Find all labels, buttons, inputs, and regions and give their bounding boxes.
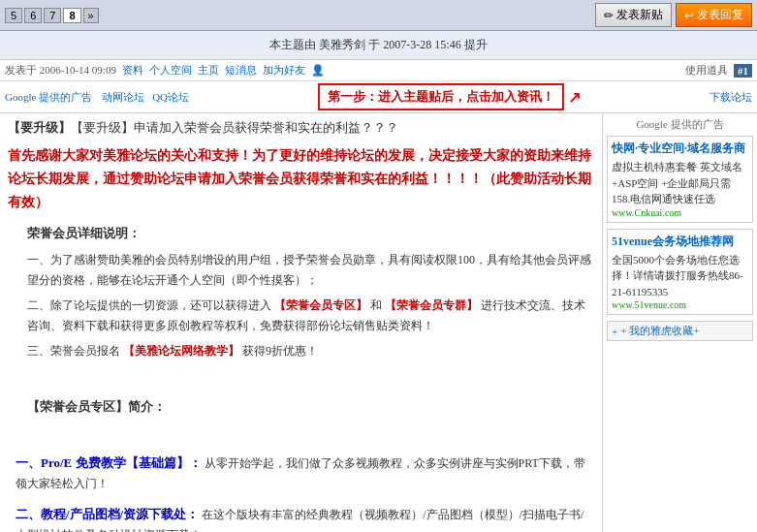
plus-icon: + [612, 326, 617, 337]
sidebar-google-ad-label: Google 提供的广告 [607, 117, 753, 132]
reply-icon: ↩ [684, 9, 694, 22]
title-bar: 本主题由 美雅秀剑 于 2007-3-28 15:46 提升 [0, 31, 757, 60]
post-new-button[interactable]: ✏ 发表新贴 [595, 3, 672, 27]
cta-arrow-icon: ↗ [568, 88, 581, 107]
page-next-btn[interactable]: » [83, 8, 99, 23]
meta-link-space[interactable]: 个人空间 [149, 63, 192, 78]
honor-section-title: 荣誉会员详细说明： [27, 223, 594, 244]
honor-item-1: 一、为了感谢赞助美雅的会员特别增设的用户组，授予荣誉会员勋章，具有阅读权限100… [27, 250, 594, 290]
post-date: 发表于 2006-10-14 09:09 [5, 63, 116, 78]
ad1-text: 虚拟主机特惠套餐 英文域名+ASP空间 +企业邮局只需158.电信网通快速任选 [612, 159, 748, 207]
item-num-2: 二、除了论坛提供的一切资源，还可以获得进入 [27, 298, 271, 312]
ad2-title: 51venue会务场地推荐网 [612, 234, 748, 250]
main-content: 【要升级】【要升级】申请加入荣誉会员获得荣誉和实在的利益？？？ 首先感谢大家对美… [0, 113, 602, 532]
google-ad-label: Google 提供的广告 [5, 90, 92, 105]
pencil-icon: ✏ [604, 9, 614, 22]
post-title: 【要升级】【要升级】申请加入荣誉会员获得荣誉和实在的利益？？？ [8, 119, 594, 137]
meta-row: 发表于 2006-10-14 09:09 资料 个人空间 主页 短消息 加为好友… [0, 60, 757, 81]
meta-link-friend[interactable]: 加为好友 [263, 63, 305, 78]
honor-item-2: 二、除了论坛提供的一切资源，还可以获得进入 【荣誉会员专区】 和 【荣誉会员专群… [27, 296, 594, 335]
item-text-2a: 和 [370, 298, 382, 312]
top-toolbar: 5 6 7 8 » ✏ 发表新贴 ↩ 发表回复 [0, 0, 757, 31]
download-forum-link[interactable]: 下载论坛 [710, 91, 752, 103]
ad-forum-row: Google 提供的广告 动网论坛 QQ论坛 第一步：进入主题贴后，点击加入资讯… [0, 81, 757, 113]
page-numbers: 5 6 7 8 » [5, 8, 99, 23]
page-5-btn[interactable]: 5 [5, 8, 22, 23]
ad-card-1: 快网·专业空间·域名服务商 虚拟主机特惠套餐 英文域名+ASP空间 +企业邮局只… [607, 136, 753, 223]
item-num-1: 一、为了感谢赞助美雅的会员特别增设的用户组，授予荣誉会员勋章，具有阅读权限100… [27, 253, 591, 286]
dongwang-forum-link[interactable]: 动网论坛 [102, 90, 144, 105]
ad1-title: 快网·专业空间·域名服务商 [612, 141, 748, 157]
page-7-btn[interactable]: 7 [44, 8, 61, 23]
download-forum: 下载论坛 [710, 90, 752, 105]
page-8-btn[interactable]: 8 [63, 8, 80, 23]
forum-links: 动网论坛 QQ论坛 [102, 90, 189, 105]
main-layout: 【要升级】【要升级】申请加入荣誉会员获得荣誉和实在的利益？？？ 首先感谢大家对美… [0, 113, 757, 532]
sub-item-2-title: 二、教程/产品图档/资源下载处： [16, 507, 199, 521]
ad1-url: www.Cnkuai.com [612, 207, 748, 218]
ad-card-2: 51venue会务场地推荐网 全国5000个会务场地任您选择！详情请拨打服务热线… [607, 229, 753, 316]
intro-text: 首先感谢大家对美雅论坛的关心和支持！为了更好的维持论坛的发展，决定接受大家的资助… [8, 144, 594, 213]
page-6-btn[interactable]: 6 [24, 8, 42, 23]
right-sidebar: Google 提供的广告 快网·专业空间·域名服务商 虚拟主机特惠套餐 英文域名… [602, 113, 757, 532]
meta-right: 使用道具 #1 [685, 63, 752, 78]
sub-item-1-title: 一、Pro/E 免费教学【基础篇】： [16, 455, 202, 470]
sub-item-1: 一、Pro/E 免费教学【基础篇】： 从零开始学起，我们做了众多视频教程，众多实… [8, 453, 594, 493]
bracket-link-2: 【荣誉会员专群】 [385, 298, 478, 312]
post-reply-button[interactable]: ↩ 发表回复 [676, 3, 752, 27]
item-text-3: 获得9折优惠！ [242, 344, 318, 358]
sub-item-2: 二、教程/产品图档/资源下载处： 在这个版块有丰富的经典教程（视频教程）/产品图… [8, 504, 594, 532]
post-body: 首先感谢大家对美雅论坛的关心和支持！为了更好的维持论坛的发展，决定接受大家的资助… [8, 144, 594, 532]
qq-forum-link[interactable]: QQ论坛 [152, 90, 189, 105]
friend-icon: 👤 [311, 64, 325, 77]
meta-link-home[interactable]: 主页 [198, 63, 219, 78]
meta-link-info[interactable]: 资料 [122, 63, 143, 78]
honor-item-3: 三、荣誉会员报名 【美雅论坛网络教学】 获得9折优惠！ [27, 341, 594, 360]
cta-box[interactable]: 第一步：进入主题贴后，点击加入资讯！ [318, 83, 564, 110]
ad2-text: 全国5000个会务场地任您选择！详情请拨打服务热线86-21-61195335 [612, 252, 748, 300]
meta-link-msg[interactable]: 短消息 [225, 63, 257, 78]
bracket-link-3: 【美雅论坛网络教学】 [123, 344, 239, 358]
favorites-button[interactable]: + + 我的雅虎收藏+ [607, 321, 753, 341]
intro2-title: 【荣誉会员专区】简介： [27, 396, 594, 418]
cta-container: 第一步：进入主题贴后，点击加入资讯！ ↗ [199, 83, 700, 110]
item-num-3: 三、荣誉会员报名 [27, 344, 120, 358]
bracket-link-1: 【荣誉会员专区】 [274, 298, 367, 312]
ad2-url: www.51venue.com [612, 299, 748, 310]
